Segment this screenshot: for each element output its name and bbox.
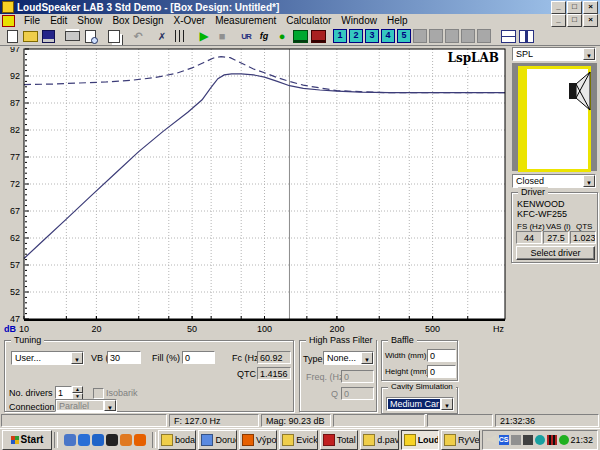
- isobarik-checkbox[interactable]: [93, 388, 104, 399]
- connection-value: Parallel: [57, 401, 103, 410]
- stop-button[interactable]: ■: [213, 28, 231, 44]
- task-button[interactable]: Výpoče...: [239, 430, 277, 450]
- volume-icon[interactable]: [487, 435, 497, 445]
- equalizer-button[interactable]: [171, 28, 189, 44]
- messenger-icon[interactable]: [535, 435, 545, 445]
- qts-value: 1.023: [570, 231, 596, 244]
- firefox-icon: [242, 434, 254, 446]
- close-button[interactable]: ×: [583, 1, 598, 14]
- browser-icon[interactable]: [92, 434, 104, 446]
- child-close-button[interactable]: ×: [583, 14, 598, 27]
- task-button[interactable]: RyVeS...: [441, 430, 479, 450]
- menu-xover[interactable]: X-Over: [169, 15, 211, 26]
- tools-icon: ✗: [158, 31, 166, 42]
- mdi-child-icon[interactable]: [2, 15, 15, 27]
- impedance-button[interactable]: UR: [237, 28, 255, 44]
- quick-launch: [60, 434, 150, 446]
- split-horizontal-button[interactable]: [499, 28, 517, 44]
- measurement-red-button[interactable]: [309, 28, 327, 44]
- menu-calculator[interactable]: Calculator: [281, 15, 336, 26]
- led-button[interactable]: ●: [273, 28, 291, 44]
- task-button[interactable]: Total C...: [320, 430, 358, 450]
- baffle-width-input[interactable]: 0: [427, 349, 456, 362]
- cursor-magnitude-readout: Mag: 90.23 dB: [261, 414, 331, 427]
- play-button[interactable]: ▶: [195, 28, 213, 44]
- child-minimize-button[interactable]: _: [551, 14, 566, 27]
- copy-button[interactable]: [105, 28, 123, 44]
- tuning-mode-select[interactable]: User...: [11, 351, 84, 365]
- menu-edit[interactable]: Edit: [45, 15, 72, 26]
- hpf-type-select[interactable]: None...: [323, 351, 374, 365]
- antivirus-icon[interactable]: [559, 435, 569, 445]
- task-button[interactable]: boda: [158, 430, 196, 450]
- task-button-active[interactable]: LoudS...: [401, 430, 439, 450]
- menu-file[interactable]: File: [19, 15, 45, 26]
- chevron-down-icon[interactable]: [71, 352, 83, 364]
- view-5-button[interactable]: 5: [397, 29, 411, 43]
- tray-clock: 21:32: [571, 435, 594, 445]
- tuning-mode-value: User...: [13, 353, 70, 363]
- menu-help[interactable]: Help: [382, 15, 413, 26]
- new-button[interactable]: [3, 28, 21, 44]
- mail-icon[interactable]: [64, 434, 76, 446]
- media-player-icon[interactable]: [106, 434, 118, 446]
- grid-icon[interactable]: [547, 435, 557, 445]
- folder-icon: [363, 434, 375, 446]
- tuning-group-label: Tuning: [11, 335, 44, 345]
- fs-label: FS (Hz): [517, 222, 545, 231]
- chevron-down-icon[interactable]: [583, 175, 595, 187]
- firefox-icon[interactable]: [134, 434, 146, 446]
- task-button[interactable]: Doruče...: [198, 430, 236, 450]
- no-drivers-input[interactable]: 1: [55, 386, 72, 399]
- print-button[interactable]: [63, 28, 81, 44]
- vb-input[interactable]: 30: [107, 351, 141, 364]
- menu-measurement[interactable]: Measurement: [210, 15, 281, 26]
- player-icon[interactable]: [120, 434, 132, 446]
- graph-type-select[interactable]: SPL: [512, 47, 596, 61]
- child-restore-button[interactable]: □: [567, 14, 582, 27]
- start-button[interactable]: Start: [2, 430, 52, 450]
- undo-button[interactable]: ↶: [129, 28, 147, 44]
- spin-up-icon[interactable]: ▲: [72, 386, 83, 393]
- view-1-button[interactable]: 1: [333, 29, 347, 43]
- spl-chart[interactable]: 9792878277726762575247102050100200500dBH…: [0, 47, 508, 337]
- title-bar: LoudSpeaker LAB 3 Std Demo - [Box Design…: [0, 0, 600, 14]
- keyboard-layout-indicator[interactable]: CS: [499, 435, 509, 445]
- ie-icon[interactable]: [78, 434, 90, 446]
- menu-window[interactable]: Window: [336, 15, 382, 26]
- no-drivers-stepper[interactable]: ▲▼: [72, 386, 83, 399]
- print-preview-button[interactable]: [81, 28, 99, 44]
- view-2-button[interactable]: 2: [349, 29, 363, 43]
- task-button[interactable]: Evicka: [279, 430, 317, 450]
- save-button[interactable]: [39, 28, 57, 44]
- plug-icon[interactable]: [511, 435, 521, 445]
- hpf-q-label: Q: [331, 389, 338, 399]
- svg-text:67: 67: [10, 206, 20, 216]
- chevron-down-icon[interactable]: [441, 398, 453, 410]
- minimize-button[interactable]: _: [551, 1, 566, 14]
- frequency-generator-button[interactable]: fg: [255, 28, 273, 44]
- cavity-select[interactable]: Medium Car: [386, 397, 454, 411]
- high-pass-filter-group: High Pass Filter Type None... Freq. (Hz)…: [299, 340, 377, 412]
- split-vertical-button[interactable]: [517, 28, 535, 44]
- fs-value: 44: [516, 231, 542, 244]
- view-4-button[interactable]: 4: [381, 29, 395, 43]
- task-button[interactable]: d.pavlu: [360, 430, 398, 450]
- copy-icon: [108, 30, 120, 43]
- baffle-height-input[interactable]: 0: [427, 365, 456, 378]
- network-icon[interactable]: [523, 435, 533, 445]
- view-3-button[interactable]: 3: [365, 29, 379, 43]
- view-8-button: [445, 29, 459, 43]
- enclosure-type-select[interactable]: Closed: [512, 174, 596, 188]
- menu-show[interactable]: Show: [72, 15, 107, 26]
- chevron-down-icon[interactable]: [361, 352, 373, 364]
- chevron-down-icon[interactable]: [583, 48, 595, 60]
- restore-button[interactable]: □: [567, 1, 582, 14]
- measurement-green-button[interactable]: [291, 28, 309, 44]
- tools-button[interactable]: ✗: [153, 28, 171, 44]
- menu-box-design[interactable]: Box Design: [107, 15, 168, 26]
- open-button[interactable]: [21, 28, 39, 44]
- baffle-group: Baffle Width (mm) 0 Height (mm) 0: [381, 340, 458, 381]
- fill-input[interactable]: 0: [182, 351, 215, 364]
- select-driver-button[interactable]: Select driver: [516, 246, 595, 260]
